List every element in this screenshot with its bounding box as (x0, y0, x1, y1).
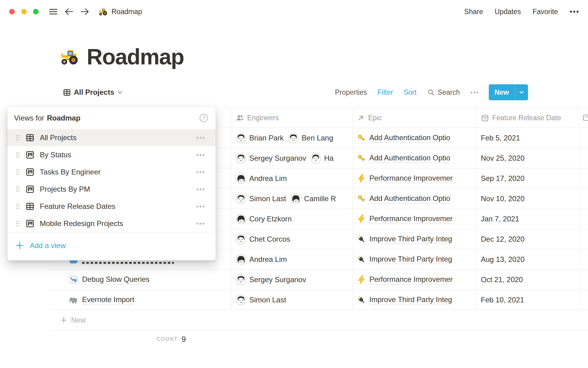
new-button[interactable]: New (489, 84, 515, 100)
column-header-partial[interactable] (579, 108, 588, 128)
sidebar-menu-icon[interactable] (49, 8, 58, 15)
engineer-chip[interactable]: Sergey Surganov (236, 274, 306, 285)
partial-cell[interactable] (579, 128, 588, 148)
drag-handle-icon[interactable] (15, 186, 21, 193)
project-link[interactable]: Evernote Import (69, 295, 134, 305)
new-button-chevron[interactable] (515, 84, 528, 100)
engineer-chip[interactable]: Ben Lang (288, 133, 333, 143)
properties-button[interactable]: Properties (335, 88, 367, 97)
drag-handle-icon[interactable] (15, 203, 21, 210)
drag-handle-icon[interactable] (15, 134, 21, 141)
partial-cell[interactable] (579, 229, 588, 249)
epic-link[interactable]: Performance Improvemer (369, 214, 453, 224)
view-options-icon[interactable] (470, 91, 478, 94)
feature-release-date-cell[interactable]: Dec 12, 2020 (476, 229, 579, 249)
engineers-cell[interactable]: Cory Etzkorn (231, 209, 352, 229)
engineer-chip[interactable]: Brian Park (236, 133, 284, 143)
feature-release-date-cell[interactable]: Aug 13, 2020 (476, 249, 579, 269)
feature-release-date-cell[interactable]: Jan 7, 2021 (476, 209, 579, 229)
engineer-chip[interactable]: Simon Last (236, 194, 286, 204)
epic-cell[interactable]: Performance Improvemer (352, 168, 476, 188)
engineer-chip[interactable]: Chet Corcos (236, 234, 290, 244)
epic-cell[interactable]: Improve Third Party Integ (352, 229, 476, 249)
view-more-icon[interactable] (196, 205, 205, 208)
epic-link[interactable]: Add Authentication Optio (369, 154, 450, 163)
column-header-epic[interactable]: Epic (352, 108, 476, 128)
count-row[interactable]: COUNT 9 (48, 330, 189, 348)
partial-cell[interactable] (579, 290, 588, 310)
breadcrumb[interactable]: Roadmap (99, 7, 142, 16)
engineers-cell[interactable]: Sergey SurganovHa (231, 148, 352, 168)
engineers-cell[interactable]: Simon Last (231, 290, 352, 310)
view-item-by-status[interactable]: By Status (7, 146, 216, 163)
tractor-icon[interactable] (60, 47, 79, 66)
view-item-feature-release-dates[interactable]: Feature Release Dates (7, 198, 216, 215)
engineer-chip[interactable]: Cory Etzkorn (236, 214, 292, 224)
page-title[interactable]: Roadmap (87, 44, 184, 69)
engineer-chip[interactable]: Andrea Lim (236, 254, 287, 265)
epic-link[interactable]: Improve Third Party Integ (369, 295, 452, 305)
engineer-chip[interactable]: Camille R (291, 194, 336, 204)
add-view-button[interactable]: Add a view (7, 232, 216, 260)
engineer-chip[interactable]: Andrea Lim (236, 173, 287, 184)
view-item-tasks-by-engineer[interactable]: Tasks By Engineer (7, 163, 216, 181)
column-header-feature-release-date[interactable]: Feature Release Date (476, 108, 579, 128)
updates-button[interactable]: Updates (495, 8, 521, 16)
fullscreen-window-button[interactable] (33, 9, 39, 14)
epic-link[interactable]: Add Authentication Optio (369, 194, 450, 203)
feature-release-date-cell[interactable]: Feb 5, 2021 (476, 128, 579, 148)
epic-link[interactable]: Performance Improvemer (369, 174, 453, 183)
partial-cell[interactable] (579, 168, 588, 188)
feature-release-date-cell[interactable]: Nov 10, 2020 (476, 189, 579, 209)
engineers-cell[interactable]: Simon LastCamille R (231, 189, 352, 209)
view-item-all-projects[interactable]: All Projects (7, 129, 216, 146)
forward-arrow-icon[interactable] (80, 8, 89, 16)
close-window-button[interactable] (9, 9, 15, 14)
view-more-icon[interactable] (196, 188, 205, 190)
epic-cell[interactable]: Add Authentication Optio (352, 128, 476, 148)
view-more-icon[interactable] (196, 137, 205, 139)
engineers-cell[interactable]: Andrea Lim (231, 249, 352, 269)
sort-button[interactable]: Sort (404, 88, 417, 97)
view-more-icon[interactable] (196, 171, 205, 173)
feature-release-date-cell[interactable]: Nov 25, 2020 (476, 148, 579, 168)
view-more-icon[interactable] (196, 154, 205, 156)
partial-cell[interactable] (579, 189, 588, 209)
drag-handle-icon[interactable] (15, 151, 21, 159)
drag-handle-icon[interactable] (15, 168, 21, 176)
epic-cell[interactable]: Add Authentication Optio (352, 148, 476, 168)
favorite-button[interactable]: Favorite (533, 8, 558, 16)
epic-link[interactable]: Improve Third Party Integ (369, 255, 452, 264)
view-selector[interactable]: All Projects (59, 88, 123, 97)
engineer-chip[interactable]: Ha (311, 153, 334, 163)
engineers-cell[interactable]: Sergey Surganov (231, 270, 352, 289)
partial-cell[interactable] (579, 270, 588, 289)
epic-link[interactable]: Performance Improvemer (369, 275, 453, 284)
share-button[interactable]: Share (464, 8, 483, 16)
search-button[interactable]: Search (427, 88, 460, 97)
epic-link[interactable]: Improve Third Party Integ (369, 235, 452, 244)
epic-link[interactable]: Add Authentication Optio (369, 133, 450, 143)
partial-cell[interactable] (579, 249, 588, 269)
more-options-icon[interactable] (570, 10, 579, 13)
drag-handle-icon[interactable] (15, 220, 21, 227)
engineer-chip[interactable]: Simon Last (236, 295, 286, 305)
engineers-cell[interactable]: Andrea Lim (231, 168, 352, 188)
epic-cell[interactable]: Performance Improvemer (352, 270, 476, 289)
project-cell[interactable]: Debug Slow Queries (48, 270, 231, 289)
epic-cell[interactable]: Add Authentication Optio (352, 189, 476, 209)
feature-release-date-cell[interactable]: Oct 21, 2020 (476, 270, 579, 289)
minimize-window-button[interactable] (21, 9, 27, 14)
column-header-engineers[interactable]: Engineers (231, 108, 352, 128)
view-item-projects-by-pm[interactable]: Projects By PM (7, 181, 216, 198)
engineers-cell[interactable]: Brian ParkBen Lang (231, 128, 352, 148)
help-icon[interactable]: ? (199, 113, 208, 123)
feature-release-date-cell[interactable]: Feb 10, 2021 (476, 290, 579, 310)
epic-cell[interactable]: Improve Third Party Integ (352, 249, 476, 269)
engineers-cell[interactable]: Chet Corcos (231, 229, 352, 249)
back-arrow-icon[interactable] (64, 8, 74, 16)
filter-button[interactable]: Filter (378, 88, 393, 97)
epic-cell[interactable]: Performance Improvemer (352, 209, 476, 229)
engineer-chip[interactable]: Sergey Surganov (236, 153, 306, 163)
partial-cell[interactable] (579, 209, 588, 229)
